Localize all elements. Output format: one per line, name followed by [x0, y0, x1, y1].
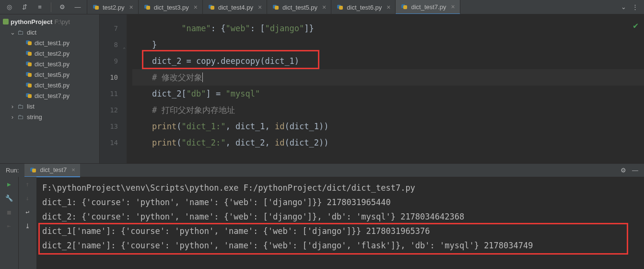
- tree-file[interactable]: dict_test1.py: [0, 37, 99, 48]
- python-file-icon: [25, 49, 33, 57]
- tab-label: dict_test3.py: [154, 4, 189, 11]
- chevron-right-icon: ›: [10, 113, 15, 121]
- tab-label: dict_test5.py: [282, 4, 317, 11]
- code-line: }: [132, 37, 644, 53]
- folder-icon: 🗀: [17, 29, 25, 36]
- folder-list[interactable]: › 🗀 list: [0, 101, 99, 111]
- close-icon[interactable]: ×: [129, 3, 133, 11]
- tab-label: dict_test7.py: [411, 3, 446, 11]
- scroll-to-end-icon[interactable]: ⤓: [25, 222, 30, 230]
- stop-icon[interactable]: ■: [7, 208, 11, 216]
- file-label: dict_test1.py: [35, 39, 70, 47]
- code-line: print("dict_1:", dict_1, id(dict_1)): [132, 118, 644, 134]
- code-line: "name": {"web": ["django"]}: [132, 20, 644, 37]
- console-line: dict_1['name']: {'course': 'python', 'na…: [42, 224, 638, 238]
- more-icon[interactable]: ⋮: [632, 3, 638, 11]
- soft-wrap-icon[interactable]: ↩: [26, 208, 30, 216]
- line-number: 11: [100, 86, 127, 102]
- python-file-icon: [25, 92, 33, 99]
- hide-icon[interactable]: —: [632, 167, 638, 174]
- close-icon[interactable]: ×: [322, 3, 326, 11]
- tree-file[interactable]: dict_test7.py: [0, 90, 99, 101]
- wrench-icon[interactable]: 🔧: [5, 195, 13, 202]
- collapse-icon[interactable]: ≡: [35, 3, 44, 12]
- tree-file[interactable]: dict_test2.py: [0, 48, 99, 59]
- line-number: 14: [100, 134, 127, 151]
- project-sidebar: pythonProject F:\pyt ⌄ 🗀 dict dict_test1…: [0, 14, 100, 163]
- settings-icon[interactable]: ⚙: [621, 167, 626, 174]
- folder-icon: 🗀: [17, 113, 25, 121]
- console-line: dict_2: {'course': 'python', 'name': {'w…: [42, 209, 638, 224]
- file-label: dict_test5.py: [35, 71, 70, 78]
- settings-icon[interactable]: ⚙: [58, 3, 67, 12]
- divider: [51, 2, 51, 12]
- run-actions: ▶ 🔧 ■ ⇤: [0, 177, 18, 269]
- expand-icon[interactable]: ⇵: [20, 3, 29, 12]
- up-icon[interactable]: ↑: [26, 181, 30, 188]
- python-file-icon: [25, 71, 33, 78]
- editor-tab[interactable]: test2.py×: [87, 0, 139, 14]
- file-label: dict_test6.py: [35, 82, 70, 89]
- console-actions: ↑ ↓ ↩ ⤓: [18, 177, 36, 269]
- tab-label: dict_test6.py: [347, 4, 382, 11]
- down-icon[interactable]: ↓: [26, 195, 30, 202]
- project-path: F:\pyt: [54, 18, 70, 25]
- console-line: dict_1: {'course': 'python', 'name': {'w…: [42, 195, 638, 209]
- code-line: dict_2 = copy.deepcopy(dict_1): [132, 53, 644, 69]
- python-file-icon: [29, 166, 37, 174]
- python-file-icon: [25, 39, 33, 47]
- line-number: 9: [100, 53, 127, 69]
- python-file-icon: [25, 60, 33, 68]
- tree-file[interactable]: dict_test3.py: [0, 59, 99, 69]
- run-tab[interactable]: dict_test7 ×: [24, 164, 80, 177]
- folder-dict[interactable]: ⌄ 🗀 dict: [0, 27, 99, 37]
- editor-tool-group: ◎ ⇵ ≡ ⚙ —: [0, 0, 87, 14]
- project-root[interactable]: pythonProject F:\pyt: [0, 16, 99, 27]
- code-line: print("dict_2:", dict_2, id(dict_2)): [132, 134, 644, 151]
- code-line-current: # 修改父对象: [132, 69, 644, 86]
- editor-tab[interactable]: dict_test5.py×: [267, 0, 331, 14]
- project-tree: pythonProject F:\pyt ⌄ 🗀 dict dict_test1…: [0, 14, 99, 124]
- code-line: dict_2["db"] = "mysql": [132, 86, 644, 102]
- rerun-icon[interactable]: ▶: [7, 181, 11, 188]
- top-bar: ◎ ⇵ ≡ ⚙ — test2.py×dict_test3.py×dict_te…: [0, 0, 644, 14]
- close-icon[interactable]: ×: [258, 3, 262, 11]
- editor-tab[interactable]: dict_test4.py×: [203, 0, 267, 14]
- target-icon[interactable]: ◎: [5, 3, 13, 12]
- file-label: dict_test3.py: [35, 61, 70, 68]
- console-output[interactable]: F:\pythonProject\venv\Scripts\python.exe…: [36, 177, 644, 269]
- console-line: dict_2['name']: {'course': 'python', 'na…: [42, 238, 638, 253]
- line-number: 12: [100, 102, 127, 118]
- code-area[interactable]: "name": {"web": ["django"]} } dict_2 = c…: [127, 14, 644, 163]
- folder-label: dict: [27, 29, 36, 36]
- tab-label: test2.py: [103, 4, 125, 11]
- python-file-icon: [336, 3, 344, 11]
- run-label: Run:: [0, 167, 24, 174]
- editor-tab[interactable]: dict_test6.py×: [331, 0, 396, 14]
- project-icon: [3, 19, 9, 24]
- close-icon[interactable]: ×: [451, 3, 455, 11]
- code-editor[interactable]: 78⌃91011121314 "name": {"web": ["django"…: [100, 14, 644, 163]
- line-number: 10: [100, 69, 127, 86]
- close-icon[interactable]: ×: [194, 3, 198, 11]
- file-label: dict_test7.py: [35, 92, 70, 99]
- close-icon[interactable]: ×: [386, 3, 390, 11]
- editor-tab[interactable]: dict_test7.py×: [396, 0, 460, 14]
- inspection-ok-icon[interactable]: ✔: [633, 20, 638, 30]
- tab-label: dict_test4.py: [218, 4, 253, 11]
- chevron-down-icon: ⌄: [10, 29, 15, 36]
- chevron-down-icon[interactable]: ⌄: [621, 3, 626, 11]
- editor-tab[interactable]: dict_test3.py×: [139, 0, 203, 14]
- line-number: 7: [100, 20, 127, 37]
- file-label: dict_test2.py: [35, 50, 70, 57]
- tree-file[interactable]: dict_test5.py: [0, 69, 99, 80]
- folder-string[interactable]: › 🗀 string: [0, 111, 99, 122]
- run-tool-group: ⚙ —: [615, 167, 644, 174]
- console-line: F:\pythonProject\venv\Scripts\python.exe…: [42, 181, 638, 195]
- close-icon[interactable]: ×: [71, 166, 75, 173]
- folder-icon: 🗀: [17, 103, 25, 110]
- exit-icon[interactable]: ⇤: [7, 222, 11, 230]
- tree-file[interactable]: dict_test6.py: [0, 80, 99, 90]
- hide-icon[interactable]: —: [73, 3, 82, 12]
- folder-label: string: [27, 113, 42, 121]
